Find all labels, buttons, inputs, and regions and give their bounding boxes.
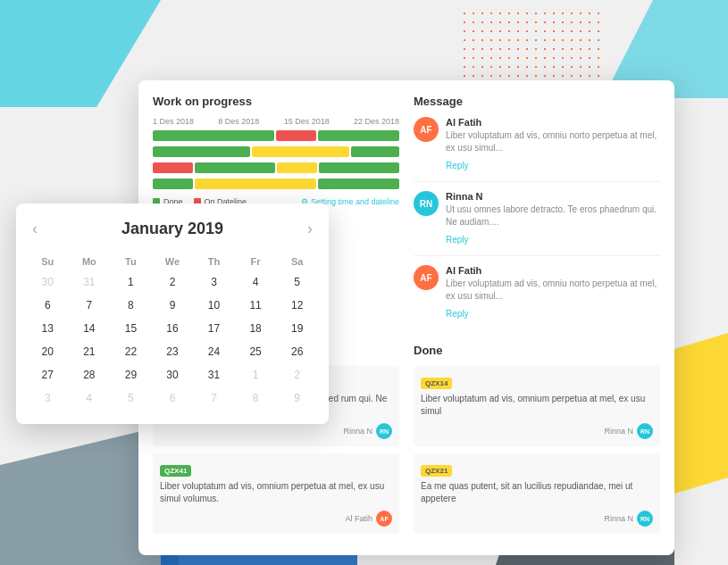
gantt-row-3 <box>153 178 399 190</box>
task-assignee: Rinna N <box>604 427 633 436</box>
calendar-day[interactable]: 1 <box>110 270 152 294</box>
task-assignee: Al Fatih <box>345 514 372 523</box>
calendar-day[interactable]: 31 <box>193 363 235 386</box>
calendar-day[interactable]: 30 <box>152 363 194 386</box>
calendar-day[interactable]: 13 <box>27 317 69 340</box>
calendar-day[interactable]: 2 <box>152 270 194 294</box>
message-text: Liber voluptatum ad vis, omniu norto per… <box>446 129 660 154</box>
calendar-day[interactable]: 25 <box>235 340 277 363</box>
calendar-day[interactable]: 6 <box>152 386 194 410</box>
gantt-date-4: 22 Des 2018 <box>354 117 399 126</box>
gantt-header: 1 Des 2018 8 Des 2018 15 Des 2018 22 Des… <box>153 117 399 126</box>
calendar-day[interactable]: 2 <box>276 363 318 386</box>
gantt-bar-segment <box>195 179 316 189</box>
calendar-day[interactable]: 22 <box>110 340 152 363</box>
calendar-day[interactable]: 30 <box>27 270 69 294</box>
calendar-day[interactable]: 19 <box>276 317 318 340</box>
calendar-day[interactable]: 10 <box>193 294 235 317</box>
calendar-day[interactable]: 9 <box>276 386 318 410</box>
calendar-day[interactable]: 8 <box>110 294 152 317</box>
message-text: Ut usu omnes labore detracto. Te eros ph… <box>446 204 660 228</box>
calendar-day[interactable]: 9 <box>152 294 194 317</box>
calendar-day[interactable]: 16 <box>152 317 194 340</box>
calendar-day[interactable]: 28 <box>69 363 111 386</box>
calendar-prev-button[interactable]: ‹ <box>27 218 43 240</box>
avatar: AF <box>414 265 439 290</box>
calendar-day[interactable]: 27 <box>27 363 69 386</box>
calendar-day-header: Su <box>27 253 69 270</box>
task-footer: Al Fatih AF <box>160 511 392 527</box>
message-content: Al Fatih Liber voluptatum ad vis, omniu … <box>446 265 660 320</box>
gantt-bar-segment <box>252 146 349 157</box>
calendar-day[interactable]: 23 <box>152 340 194 363</box>
reply-link[interactable]: Reply <box>446 161 469 170</box>
gantt-bar-segment <box>195 162 275 173</box>
calendar-day-headers: SuMoTuWeThFrSa <box>27 253 318 270</box>
gantt-chart: 1 Des 2018 8 Des 2018 15 Des 2018 22 Des… <box>153 117 399 206</box>
calendar-day[interactable]: 4 <box>69 386 111 410</box>
calendar-day[interactable]: 29 <box>110 363 152 386</box>
mini-avatar: RN <box>637 511 653 527</box>
gantt-bar-segment <box>153 162 193 173</box>
message-sender: Al Fatih <box>446 265 660 276</box>
calendar-next-button[interactable]: › <box>302 218 318 240</box>
gantt-bar-segment <box>319 162 399 173</box>
calendar-day[interactable]: 24 <box>193 340 235 363</box>
message-sender: Al Fatih <box>446 117 660 128</box>
gantt-date-1: 1 Des 2018 <box>153 117 194 126</box>
calendar-day[interactable]: 31 <box>69 270 111 294</box>
done-section-title: Done <box>414 344 660 357</box>
calendar-day[interactable]: 12 <box>276 294 318 317</box>
calendar-day[interactable]: 3 <box>27 386 69 410</box>
gantt-row-0 <box>153 129 399 142</box>
message-item-0: AF Al Fatih Liber voluptatum ad vis, omn… <box>414 117 660 182</box>
calendar-day-header: Fr <box>235 253 277 270</box>
calendar-day[interactable]: 3 <box>193 270 235 294</box>
message-item-1: RN Rinna N Ut usu omnes labore detracto.… <box>414 191 660 256</box>
calendar-day[interactable]: 1 <box>235 363 277 386</box>
calendar-day[interactable]: 18 <box>235 317 277 340</box>
calendar-day[interactable]: 7 <box>69 294 111 317</box>
task-card-1: QZX21 Ea me quas putent, sit an lucilius… <box>414 453 660 534</box>
calendar-day[interactable]: 17 <box>193 317 235 340</box>
calendar-day[interactable]: 20 <box>27 340 69 363</box>
calendar-week-3: 20212223242526 <box>27 340 318 363</box>
calendar-week-5: 3456789 <box>27 386 318 410</box>
gantt-row-2 <box>153 162 399 174</box>
calendar-day[interactable]: 21 <box>69 340 111 363</box>
mini-avatar: AF <box>376 511 392 527</box>
message-item-2: AF Al Fatih Liber voluptatum ad vis, omn… <box>414 265 660 329</box>
calendar-day[interactable]: 26 <box>276 340 318 363</box>
avatar: AF <box>414 117 439 142</box>
calendar-day[interactable]: 4 <box>235 270 277 294</box>
calendar-body: 3031123456789101112131415161718192021222… <box>27 270 318 410</box>
bg-yellow-shape <box>674 333 728 494</box>
task-text: Liber voluptatum ad vis, omnium perpetua… <box>160 480 392 505</box>
gantt-bar-segment <box>153 179 193 189</box>
task-badge: QZX21 <box>421 465 452 477</box>
reply-link[interactable]: Reply <box>446 309 469 319</box>
calendar-day-header: We <box>152 253 194 270</box>
task-badge: QZX14 <box>421 378 452 389</box>
calendar-day-header: Tu <box>110 253 152 270</box>
done-task-list: QZX14 Liber voluptatum ad vis, omnium pe… <box>414 366 660 534</box>
message-content: Al Fatih Liber voluptatum ad vis, omniu … <box>446 117 660 172</box>
message-section-title: Message <box>414 95 660 108</box>
message-content: Rinna N Ut usu omnes labore detracto. Te… <box>446 191 660 246</box>
calendar-day[interactable]: 15 <box>110 317 152 340</box>
calendar-day[interactable]: 7 <box>193 386 235 410</box>
reply-link[interactable]: Reply <box>446 235 469 245</box>
gantt-bar-segment <box>276 130 316 141</box>
gantt-bar-segment <box>318 130 399 141</box>
gantt-date-2: 8 Des 2018 <box>218 117 259 126</box>
calendar-day[interactable]: 5 <box>276 270 318 294</box>
mini-avatar: RN <box>637 423 653 439</box>
calendar-day[interactable]: 5 <box>110 386 152 410</box>
mini-avatar: RN <box>376 423 392 439</box>
calendar-day[interactable]: 6 <box>27 294 69 317</box>
calendar-day[interactable]: 11 <box>235 294 277 317</box>
task-text: Liber voluptatum ad vis, omnium perpetua… <box>421 393 653 418</box>
calendar-week-2: 13141516171819 <box>27 317 318 340</box>
calendar-day[interactable]: 14 <box>69 317 111 340</box>
calendar-day[interactable]: 8 <box>235 386 277 410</box>
